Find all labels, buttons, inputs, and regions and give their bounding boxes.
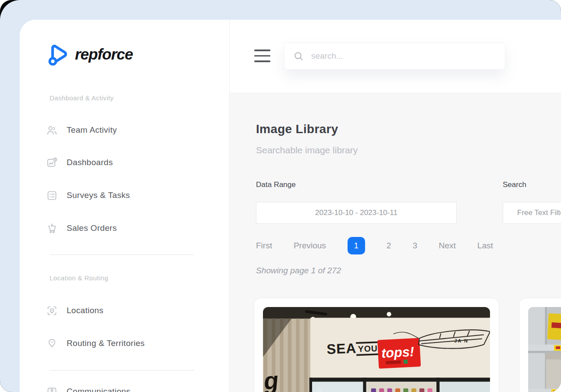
pagination-previous-button[interactable]: Previous xyxy=(294,237,326,254)
free-text-search-label: Search xyxy=(503,180,526,189)
pagination-page-3[interactable]: 3 xyxy=(412,237,417,254)
brand-logo[interactable]: repforce xyxy=(45,42,133,67)
sidebar-divider xyxy=(50,370,194,371)
svg-text:JA N: JA N xyxy=(454,338,469,343)
search-input[interactable] xyxy=(311,51,496,61)
sidebar-item-communications[interactable]: Communications xyxy=(46,385,131,392)
sidebar-item-dashboards[interactable]: Dashboards xyxy=(46,155,113,170)
page-subtitle: Searchable image library xyxy=(256,145,358,155)
nav-label: Team Activity xyxy=(67,125,117,135)
sidebar: repforce Dashboard & Activity Team Activ… xyxy=(20,20,229,392)
free-text-filter-input[interactable] xyxy=(503,202,561,224)
sidebar-item-sales-orders[interactable]: Sales Orders xyxy=(46,221,117,235)
dashboards-icon xyxy=(46,157,58,169)
page-title: Image Library xyxy=(256,122,338,136)
brand-name: repforce xyxy=(75,46,133,63)
pagination-page-2[interactable]: 2 xyxy=(387,237,391,254)
routing-territories-icon xyxy=(46,338,58,350)
main-area: Image Library Searchable image library D… xyxy=(229,20,561,392)
locations-icon xyxy=(46,305,58,317)
sidebar-item-routing-territories[interactable]: Routing & Territories xyxy=(46,336,145,350)
pagination-page-1-active[interactable]: 1 xyxy=(348,237,365,254)
date-range-input[interactable] xyxy=(256,202,457,224)
pagination-next-button[interactable]: Next xyxy=(439,237,456,254)
sidebar-section-dashboard-activity: Dashboard & Activity xyxy=(50,94,114,102)
communications-icon xyxy=(46,386,58,392)
image-card-chocolate-shelf[interactable] xyxy=(519,298,561,392)
pagination-first-button[interactable]: First xyxy=(256,237,272,254)
nav-label: Dashboards xyxy=(67,158,113,167)
surveys-tasks-icon xyxy=(46,190,58,201)
sidebar-item-team-activity[interactable]: Team Activity xyxy=(46,123,117,137)
team-activity-icon xyxy=(46,124,58,136)
sales-orders-icon xyxy=(46,222,58,234)
nav-label: Sales Orders xyxy=(67,223,117,233)
svg-text:g: g xyxy=(263,367,280,392)
app-window: repforce Dashboard & Activity Team Activ… xyxy=(20,20,561,392)
chocolate-shelf-photo xyxy=(528,307,561,392)
tops-sign: tops! xyxy=(377,338,421,368)
nav-label: Locations xyxy=(67,306,103,315)
nav-label: Communications xyxy=(67,387,131,392)
store-front-photo: g SEA YOU xyxy=(263,307,490,392)
repforce-logo-icon xyxy=(45,42,71,67)
page-content: Image Library Searchable image library D… xyxy=(230,92,561,392)
date-range-label: Data Range xyxy=(256,180,296,189)
sidebar-item-locations[interactable]: Locations xyxy=(46,304,103,318)
sidebar-section-location-routing: Location & Routing xyxy=(50,274,108,282)
image-grid: g SEA YOU xyxy=(254,298,561,392)
global-search xyxy=(284,42,505,70)
sidebar-item-surveys-tasks[interactable]: Surveys & Tasks xyxy=(46,188,130,202)
search-icon xyxy=(293,51,304,62)
svg-text:SEA: SEA xyxy=(327,340,357,357)
pagination: First Previous 1 2 3 Next Last xyxy=(256,237,493,254)
nav-label: Surveys & Tasks xyxy=(67,191,130,200)
image-card-store-front[interactable]: g SEA YOU xyxy=(254,298,499,392)
sidebar-divider xyxy=(50,254,194,255)
screenshot-stage: repforce Dashboard & Activity Team Activ… xyxy=(0,0,561,392)
nav-label: Routing & Territories xyxy=(67,339,145,348)
pagination-status: Showing page 1 of 272 xyxy=(256,266,341,275)
hamburger-menu-icon[interactable] xyxy=(254,49,270,66)
svg-text:tops!: tops! xyxy=(381,344,415,361)
pagination-last-button[interactable]: Last xyxy=(477,237,493,254)
